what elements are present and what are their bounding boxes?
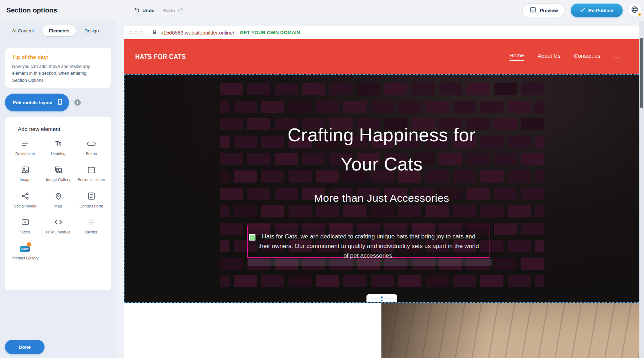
edit-mobile-layout-button[interactable]: Edit mobile layout — [5, 94, 69, 111]
element-divider[interactable]: Divider — [76, 217, 107, 235]
lock-icon — [152, 30, 157, 36]
get-domain-link[interactable]: GET YOUR OWN DOMAIN — [240, 30, 300, 35]
element-heading[interactable]: Tt Heading — [43, 139, 74, 156]
image-icon — [21, 165, 30, 175]
tip-body: Now you can add, move and resize any ele… — [12, 63, 101, 84]
language-globe-button[interactable] — [628, 4, 641, 17]
element-description[interactable]: Description — [10, 139, 41, 156]
hero-section-selected[interactable]: Crafting Happiness for Your Cats More th… — [124, 74, 639, 303]
heading-icon: Tt — [55, 139, 61, 149]
element-business-hours[interactable]: Business Hours — [76, 165, 107, 182]
undo-icon — [134, 7, 140, 14]
selected-text-element[interactable]: Hats for Cats, we are dedicated to craft… — [247, 226, 490, 258]
topbar-actions: Preview Re-Publish — [522, 0, 641, 21]
sidebar: AI Content Elements Design Tip of the da… — [0, 21, 116, 358]
nav-more-button[interactable]: ... — [614, 53, 619, 60]
element-product-gallery[interactable]: SHOP↑ Product Gallery — [10, 243, 41, 260]
element-grid: Description Tt Heading Button Image Imag… — [9, 139, 108, 260]
website-canvas: HATS FOR CATS Home About Us Contact us .… — [124, 39, 639, 358]
redo-label: Redo — [163, 8, 175, 13]
element-html-module[interactable]: HTML Module — [43, 217, 74, 235]
scrollbar-thumb[interactable] — [640, 38, 643, 108]
add-element-title: Add new element — [18, 126, 108, 132]
hero-paragraph: Hats for Cats, we are dedicated to craft… — [258, 232, 480, 261]
hero-subheadline[interactable]: More than Just Accessories — [125, 192, 639, 204]
button-icon — [87, 139, 96, 149]
element-contact-form[interactable]: Contact Form — [76, 191, 107, 209]
republish-label: Re-Publish — [588, 8, 613, 13]
redo-icon — [178, 7, 184, 14]
undo-redo-group: Undo Redo — [134, 0, 184, 21]
social-media-icon — [21, 191, 30, 201]
product-gallery-icon: SHOP↑ — [20, 243, 31, 253]
window-dot — [140, 31, 143, 34]
info-icon[interactable]: i — [74, 99, 81, 106]
section-resize-handle[interactable] — [366, 294, 397, 303]
tab-design[interactable]: Design — [78, 25, 105, 36]
nav-about-us[interactable]: About Us — [538, 53, 560, 60]
element-social-media[interactable]: Social Media — [10, 191, 41, 209]
edit-mobile-label: Edit mobile layout — [13, 100, 53, 105]
page-title: Section options — [6, 0, 57, 21]
republish-button[interactable]: Re-Publish — [571, 4, 623, 17]
hero-headline[interactable]: Crafting Happiness for Your Cats — [125, 120, 639, 179]
preview-button[interactable]: Preview — [522, 4, 565, 17]
sidebar-divider — [5, 329, 100, 329]
floor-photo — [381, 303, 639, 358]
business-hours-icon — [87, 165, 96, 175]
element-image-gallery[interactable]: Image Gallery — [43, 165, 74, 182]
nav-contact-us[interactable]: Contact us — [574, 53, 600, 60]
sidebar-tabs: AI Content Elements Design — [6, 25, 105, 36]
browser-chrome: n1566589.websitebuilder.online/ GET YOUR… — [124, 26, 639, 39]
undo-label: Undo — [142, 8, 155, 13]
window-dot — [134, 31, 138, 34]
tab-ai-content[interactable]: AI Content — [6, 25, 40, 36]
preview-label: Preview — [540, 8, 558, 13]
divider-icon — [87, 217, 96, 227]
hero-headline-line2: Your Cats — [125, 149, 639, 179]
add-element-panel: Add new element Description Tt Heading B… — [5, 117, 111, 290]
site-header: HATS FOR CATS Home About Us Contact us .… — [124, 39, 639, 74]
html-module-icon — [54, 217, 63, 227]
undo-button[interactable]: Undo — [134, 7, 155, 14]
element-drag-handle[interactable] — [249, 234, 255, 241]
image-gallery-icon — [54, 165, 63, 175]
site-url: n1566589.websitebuilder.online/ — [160, 30, 234, 36]
top-bar: Section options Undo Redo Preview Re-Pub… — [0, 0, 644, 21]
globe-icon — [631, 6, 639, 15]
map-pin-icon — [54, 191, 63, 201]
tab-elements[interactable]: Elements — [42, 25, 76, 36]
element-map[interactable]: Map — [43, 191, 74, 209]
laptop-icon — [529, 7, 537, 14]
contact-form-icon — [87, 191, 96, 201]
description-icon — [21, 139, 30, 149]
next-section[interactable] — [124, 303, 639, 358]
done-button[interactable]: Done — [5, 340, 44, 354]
check-icon — [580, 8, 585, 13]
tip-title: Tip of the day: — [12, 54, 104, 60]
tip-card: Tip of the day: Now you can add, move an… — [5, 48, 111, 88]
video-icon — [21, 217, 30, 227]
site-nav: Home About Us Contact us ... — [510, 52, 619, 61]
vertical-scrollbar[interactable] — [639, 21, 644, 358]
site-logo[interactable]: HATS FOR CATS — [135, 52, 186, 61]
redo-button[interactable]: Redo — [163, 7, 184, 14]
hero-headline-line1: Crafting Happiness for — [125, 120, 639, 149]
window-dots — [129, 31, 143, 34]
element-image[interactable]: Image — [10, 165, 41, 182]
window-dot — [129, 31, 132, 34]
element-button[interactable]: Button — [76, 139, 107, 156]
nav-home[interactable]: Home — [510, 52, 524, 61]
element-video[interactable]: Video — [10, 217, 41, 235]
phone-icon — [57, 99, 63, 106]
